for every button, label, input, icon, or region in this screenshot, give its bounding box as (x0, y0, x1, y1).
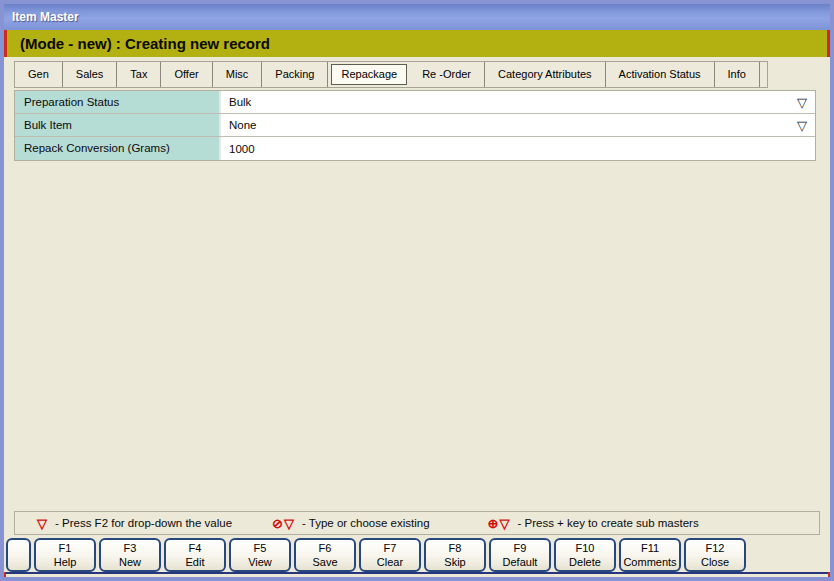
legend-text-type-or-choose: - Type or choose existing (302, 517, 430, 529)
tab-packing[interactable]: Packing (262, 62, 328, 87)
f5-action-label: View (231, 555, 289, 569)
bulk-item-label: Bulk Item (15, 114, 221, 136)
legend-text-dropdown: - Press F2 for drop-down the value (55, 517, 232, 529)
f11-key-label: F11 (621, 541, 679, 555)
repack-conversion-text: 1000 (229, 143, 255, 155)
f1-help-button[interactable]: F1 Help (34, 538, 96, 572)
f3-key-label: F3 (101, 541, 159, 555)
repack-conversion-value[interactable]: 1000 (221, 137, 815, 160)
dropdown-triangle-icon: ▽ (37, 516, 48, 531)
f8-key-label: F8 (426, 541, 484, 555)
tab-info[interactable]: Info (715, 62, 760, 87)
f9-key-label: F9 (491, 541, 549, 555)
f4-edit-button[interactable]: F4 Edit (164, 538, 226, 572)
tab-strip: Gen Sales Tax Offer Misc Packing Repacka… (14, 61, 768, 88)
field-row-preparation-status: Preparation Status Bulk ▽ (15, 91, 815, 114)
mode-bar: (Mode - new) : Creating new record (4, 30, 830, 57)
f5-view-button[interactable]: F5 View (229, 538, 291, 572)
f1-key-label: F1 (36, 541, 94, 555)
f4-key-label: F4 (166, 541, 224, 555)
tab-gen[interactable]: Gen (15, 62, 63, 87)
f10-delete-button[interactable]: F10 Delete (554, 538, 616, 572)
dropdown-icon[interactable]: ▽ (797, 119, 807, 132)
f11-action-label: Comments (621, 555, 679, 569)
f12-close-button[interactable]: F12 Close (684, 538, 746, 572)
f6-save-button[interactable]: F6 Save (294, 538, 356, 572)
tab-misc[interactable]: Misc (213, 62, 263, 87)
title-bar: Item Master (4, 4, 830, 30)
f12-key-label: F12 (686, 541, 744, 555)
legend-bar: ▽ - Press F2 for drop-down the value ⊘▽ … (14, 511, 820, 535)
field-table: Preparation Status Bulk ▽ Bulk Item None… (14, 90, 816, 161)
legend-item-sub-masters: ⊕▽ - Press + key to create sub masters (488, 516, 699, 531)
preparation-status-text: Bulk (229, 96, 251, 108)
f6-key-label: F6 (296, 541, 354, 555)
mode-text: (Mode - new) : Creating new record (7, 30, 827, 57)
f9-action-label: Default (491, 555, 549, 569)
field-row-bulk-item: Bulk Item None ▽ (15, 114, 815, 137)
bottom-divider (4, 572, 830, 574)
tab-tax[interactable]: Tax (117, 62, 161, 87)
bulk-item-text: None (229, 119, 257, 131)
tab-re-order[interactable]: Re -Order (409, 62, 485, 87)
f6-action-label: Save (296, 555, 354, 569)
f5-key-label: F5 (231, 541, 289, 555)
f11-comments-button[interactable]: F11 Comments (619, 538, 681, 572)
legend-item-dropdown: ▽ - Press F2 for drop-down the value (37, 516, 232, 531)
field-row-repack-conversion: Repack Conversion (Grams) 1000 (15, 137, 815, 160)
f10-key-label: F10 (556, 541, 614, 555)
left-corner-accent (0, 572, 6, 581)
f10-action-label: Delete (556, 555, 614, 569)
bulk-item-value[interactable]: None ▽ (221, 114, 815, 136)
tab-sales[interactable]: Sales (63, 62, 118, 87)
right-corner-accent (828, 572, 834, 581)
tab-activation-status[interactable]: Activation Status (606, 62, 715, 87)
f1-action-label: Help (36, 555, 94, 569)
f9-default-button[interactable]: F9 Default (489, 538, 551, 572)
f3-new-button[interactable]: F3 New (99, 538, 161, 572)
f7-action-label: Clear (361, 555, 419, 569)
circle-plus-triangle-icon: ⊕▽ (488, 516, 511, 531)
circle-slash-triangle-icon: ⊘▽ (272, 516, 295, 531)
legend-item-type-or-choose: ⊘▽ - Type or choose existing (272, 516, 430, 531)
f12-action-label: Close (686, 555, 744, 569)
item-master-window: Item Master (Mode - new) : Creating new … (0, 0, 834, 581)
repack-conversion-label: Repack Conversion (Grams) (15, 137, 221, 160)
dropdown-icon[interactable]: ▽ (797, 96, 807, 109)
preparation-status-label: Preparation Status (15, 91, 221, 113)
preparation-status-value[interactable]: Bulk ▽ (221, 91, 815, 113)
legend-text-sub-masters: - Press + key to create sub masters (517, 517, 698, 529)
function-button-bar: F1 Help F3 New F4 Edit F5 View F6 Save F… (6, 538, 746, 572)
spacer-button (6, 538, 31, 572)
window-title: Item Master (12, 10, 79, 24)
f3-action-label: New (101, 555, 159, 569)
f7-clear-button[interactable]: F7 Clear (359, 538, 421, 572)
tab-offer[interactable]: Offer (161, 62, 212, 87)
tab-category-attributes[interactable]: Category Attributes (485, 62, 606, 87)
f4-action-label: Edit (166, 555, 224, 569)
f8-skip-button[interactable]: F8 Skip (424, 538, 486, 572)
f7-key-label: F7 (361, 541, 419, 555)
tab-repackage[interactable]: Repackage (331, 64, 407, 85)
f8-action-label: Skip (426, 555, 484, 569)
